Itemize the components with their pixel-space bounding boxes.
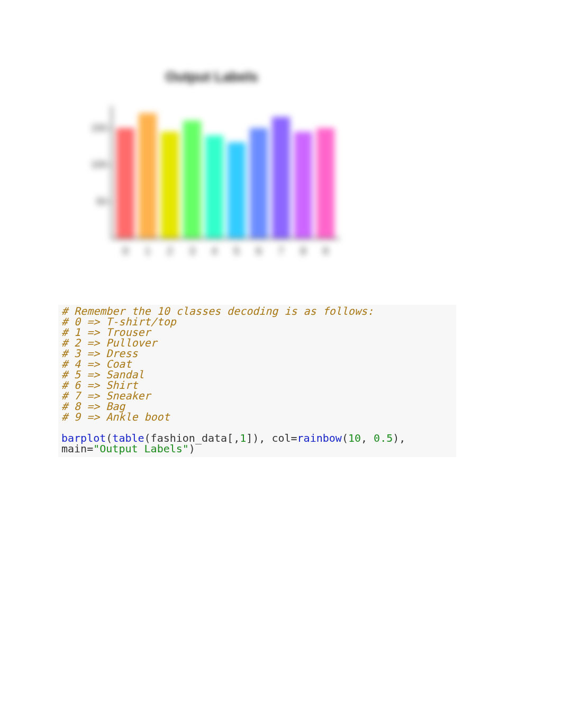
- bar-5: [228, 142, 246, 238]
- fn-rainbow: rainbow: [297, 432, 342, 444]
- punct: (: [342, 432, 348, 444]
- punct: ,: [361, 432, 374, 444]
- bar-7: [272, 117, 290, 238]
- x-tick-label: 5: [228, 245, 246, 257]
- num-10: 10: [348, 432, 361, 444]
- comment-class-9: # 9 => Ankle boot: [61, 411, 170, 423]
- x-tick-label: 7: [272, 245, 290, 257]
- punct: ): [189, 442, 195, 455]
- bar-3: [183, 121, 201, 238]
- x-tick-label: 1: [139, 245, 157, 257]
- chart-title: Output Labels: [64, 69, 360, 85]
- bar-2: [161, 132, 179, 238]
- page-root: Output Labels 501001500123456789 # Remem…: [0, 0, 562, 728]
- chart-output-labels: Output Labels 501001500123456789: [64, 69, 360, 280]
- code-text: ]),: [246, 432, 271, 444]
- x-tick-label: 4: [205, 245, 223, 257]
- num-05: 0.5: [374, 432, 393, 444]
- punct: =: [291, 432, 297, 444]
- bar-1: [139, 113, 157, 238]
- x-tick-label: 2: [161, 245, 179, 257]
- y-tick-label: 100: [80, 159, 107, 170]
- chart-plot-area: 501001500123456789: [111, 106, 340, 239]
- bar-6: [250, 128, 268, 238]
- kw-col: col: [271, 432, 291, 444]
- y-tick-label: 150: [80, 122, 107, 133]
- code-block: # Remember the 10 classes decoding is as…: [58, 305, 456, 457]
- y-tick: [109, 202, 112, 203]
- bar-8: [294, 132, 312, 238]
- x-tick-label: 9: [316, 245, 334, 257]
- str-output-labels: "Output Labels": [93, 442, 189, 455]
- y-tick: [109, 165, 112, 166]
- kw-main: main: [61, 442, 87, 455]
- y-tick-label: 50: [80, 196, 107, 207]
- x-tick-label: 0: [116, 245, 134, 257]
- x-tick-label: 3: [183, 245, 201, 257]
- punct: =: [87, 442, 93, 455]
- x-tick-label: 6: [250, 245, 268, 257]
- y-tick: [109, 128, 112, 129]
- bar-4: [205, 135, 223, 238]
- x-tick-label: 8: [294, 245, 312, 257]
- bar-0: [116, 128, 134, 238]
- num-1: 1: [240, 432, 246, 444]
- bar-9: [316, 128, 334, 238]
- code-text: ),: [393, 432, 412, 444]
